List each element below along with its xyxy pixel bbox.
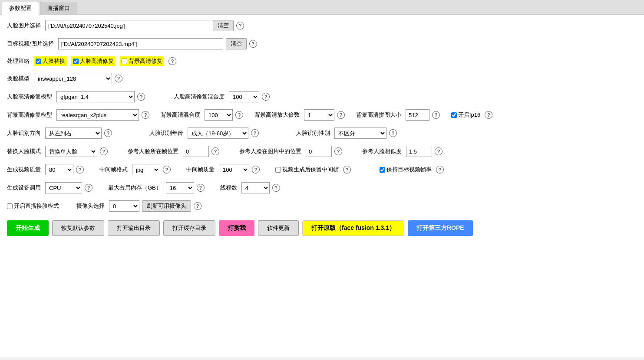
face-gender-help-icon[interactable]: ? bbox=[389, 129, 397, 137]
target-video-row: 目标视频/图片选择 清空 ? bbox=[7, 38, 637, 49]
update-btn[interactable]: 软件更新 bbox=[258, 220, 299, 236]
restore-btn[interactable]: 恢复默认参数 bbox=[52, 220, 104, 236]
frame-quality-label: 中间帧质量 bbox=[186, 166, 215, 173]
tab-live[interactable]: 直播窗口 bbox=[40, 2, 77, 14]
bg-enhance-model-help-icon[interactable]: ? bbox=[142, 111, 149, 119]
target-video-help-icon[interactable]: ? bbox=[249, 40, 257, 48]
fp16-help-icon[interactable]: ? bbox=[485, 111, 492, 119]
donate-btn[interactable]: 打赏我 bbox=[219, 220, 254, 236]
swap-mode-help-icon[interactable]: ? bbox=[100, 147, 108, 155]
strategy-face-enhance-checkbox[interactable] bbox=[73, 59, 79, 64]
keep-frames-text: 视频生成后保留中间帧 bbox=[282, 166, 339, 173]
camera-select[interactable]: 0 bbox=[109, 200, 139, 212]
ref-frame-help-icon[interactable]: ? bbox=[211, 147, 219, 155]
strategy-face-enhance[interactable]: 人脸高清修复 bbox=[71, 56, 116, 66]
keep-frames-checkbox[interactable] bbox=[275, 167, 281, 173]
device-label: 生成设备调用 bbox=[7, 184, 41, 192]
frame-format-help-icon[interactable]: ? bbox=[163, 166, 171, 173]
main-content: 人脸图片选择 清空 ? 目标视频/图片选择 清空 ? 处理策略 人脸替换 人脸高… bbox=[0, 15, 644, 357]
frame-quality-help-icon[interactable]: ? bbox=[252, 166, 260, 173]
face-image-row: 人脸图片选择 清空 ? bbox=[7, 20, 637, 31]
keep-frames-label[interactable]: 视频生成后保留中间帧 bbox=[275, 166, 339, 173]
swap-model-row: 换脸模型 inswapper_128 ? bbox=[7, 73, 637, 84]
device-help-icon[interactable]: ? bbox=[85, 184, 92, 192]
max-memory-label: 最大占用内存（GB） bbox=[108, 184, 162, 192]
bg-enhance-blend-label: 背景高清混合度 bbox=[161, 111, 200, 119]
bg-enhance-blend-help-icon[interactable]: ? bbox=[235, 111, 243, 119]
threads-select[interactable]: 4 bbox=[241, 182, 270, 193]
keep-fps-checkbox[interactable] bbox=[380, 167, 385, 173]
camera-help-icon[interactable]: ? bbox=[194, 202, 201, 210]
swap-mode-row: 替换人脸模式 替换单人脸 ? 参考人脸所在帧位置 ? 参考人脸在图片中的位置 ?… bbox=[7, 146, 637, 157]
face-enhance-blend-help-icon[interactable]: ? bbox=[262, 93, 270, 101]
face-age-select[interactable]: 成人（19-60岁） bbox=[188, 128, 248, 139]
face-enhance-model-select[interactable]: gfpgan_1.4 bbox=[56, 91, 135, 102]
strategy-bg-enhance[interactable]: 背景高清修复 bbox=[120, 56, 164, 66]
max-memory-select[interactable]: 16 bbox=[166, 182, 194, 193]
swap-model-select[interactable]: inswapper_128 bbox=[34, 73, 112, 84]
live-mode-checkbox[interactable] bbox=[7, 203, 13, 209]
strategy-help-icon[interactable]: ? bbox=[168, 57, 176, 65]
target-video-clear-btn[interactable]: 清空 bbox=[226, 38, 247, 49]
strategy-bg-enhance-checkbox[interactable] bbox=[122, 59, 127, 64]
swap-model-help-icon[interactable]: ? bbox=[115, 75, 122, 82]
open-cache-btn[interactable]: 打开缓存目录 bbox=[163, 220, 215, 236]
face-image-input[interactable] bbox=[45, 20, 210, 31]
live-mode-row: 开启直播换脸模式 摄像头选择 0 刷新可用摄像头 ? bbox=[7, 200, 637, 212]
fp16-checkbox[interactable] bbox=[451, 112, 457, 118]
swap-mode-select[interactable]: 替换单人脸 bbox=[45, 146, 97, 157]
face-image-help-icon[interactable]: ? bbox=[236, 22, 244, 29]
face-image-clear-btn[interactable]: 清空 bbox=[213, 20, 234, 31]
keep-frames-help-icon[interactable]: ? bbox=[343, 166, 351, 173]
face-enhance-model-label: 人脸高清修复模型 bbox=[7, 93, 52, 101]
max-memory-help-icon[interactable]: ? bbox=[197, 184, 205, 192]
fp16-label[interactable]: 开启fp16 bbox=[451, 111, 480, 119]
strategy-face-enhance-label: 人脸高清修复 bbox=[80, 57, 114, 65]
frame-format-select[interactable]: jpg bbox=[132, 164, 160, 175]
ref-pos-input[interactable] bbox=[306, 146, 332, 157]
bg-enhance-blend-select[interactable]: 100 bbox=[205, 109, 233, 121]
threads-help-icon[interactable]: ? bbox=[272, 184, 280, 192]
ref-frame-label: 参考人脸所在帧位置 bbox=[128, 147, 178, 155]
ref-similarity-label: 参考人脸相似度 bbox=[362, 147, 402, 155]
frame-format-label: 中间帧格式 bbox=[99, 166, 128, 173]
output-quality-select[interactable]: 80 bbox=[45, 164, 73, 175]
strategy-face-swap-checkbox[interactable] bbox=[36, 59, 41, 64]
face-direction-label: 人脸识别方向 bbox=[7, 129, 41, 137]
strategy-face-swap[interactable]: 人脸替换 bbox=[34, 56, 67, 66]
tab-params[interactable]: 参数配置 bbox=[2, 2, 39, 15]
ref-pos-help-icon[interactable]: ? bbox=[334, 147, 342, 155]
bg-tile-label: 背景高清拼图大小 bbox=[356, 111, 401, 119]
refresh-camera-btn[interactable]: 刷新可用摄像头 bbox=[142, 200, 191, 212]
keep-fps-help-icon[interactable]: ? bbox=[436, 166, 444, 173]
device-select[interactable]: CPU bbox=[45, 182, 82, 193]
face-enhance-model-help-icon[interactable]: ? bbox=[137, 93, 145, 101]
ref-frame-input[interactable] bbox=[183, 146, 209, 157]
output-quality-help-icon[interactable]: ? bbox=[76, 166, 84, 173]
output-quality-label: 生成视频质量 bbox=[7, 166, 41, 173]
start-btn[interactable]: 开始生成 bbox=[7, 220, 49, 236]
open-rope-btn[interactable]: 打开第三方ROPE bbox=[408, 220, 473, 236]
bg-scale-select[interactable]: 1 bbox=[304, 109, 334, 121]
face-image-label: 人脸图片选择 bbox=[7, 22, 41, 29]
open-output-btn[interactable]: 打开输出目录 bbox=[108, 220, 160, 236]
bg-scale-label: 背景高清放大倍数 bbox=[254, 111, 300, 119]
bg-tile-input[interactable] bbox=[406, 109, 429, 121]
target-video-input[interactable] bbox=[58, 38, 223, 49]
bg-scale-help-icon[interactable]: ? bbox=[337, 111, 345, 119]
live-mode-text: 开启直播换脸模式 bbox=[14, 202, 59, 210]
ref-similarity-input[interactable] bbox=[406, 146, 432, 157]
bg-enhance-model-select[interactable]: realesrgan_x2plus bbox=[56, 109, 139, 121]
face-enhance-blend-select[interactable]: 100 bbox=[229, 91, 259, 102]
keep-fps-label[interactable]: 保持目标视频帧率 bbox=[380, 166, 432, 173]
live-mode-label[interactable]: 开启直播换脸模式 bbox=[7, 202, 59, 210]
bg-tile-help-icon[interactable]: ? bbox=[432, 111, 440, 119]
face-age-help-icon[interactable]: ? bbox=[251, 129, 259, 137]
face-gender-select[interactable]: 不区分 bbox=[334, 128, 386, 139]
frame-quality-select[interactable]: 100 bbox=[219, 164, 249, 175]
face-direction-select[interactable]: 从左到右 bbox=[45, 128, 102, 139]
ref-similarity-help-icon[interactable]: ? bbox=[435, 147, 443, 155]
open-original-btn[interactable]: 打开原版（face fusion 1.3.1） bbox=[302, 220, 404, 236]
face-direction-help-icon[interactable]: ? bbox=[104, 129, 112, 137]
output-quality-row: 生成视频质量 80 ? 中间帧格式 jpg ? 中间帧质量 100 ? 视频生成… bbox=[7, 164, 637, 175]
